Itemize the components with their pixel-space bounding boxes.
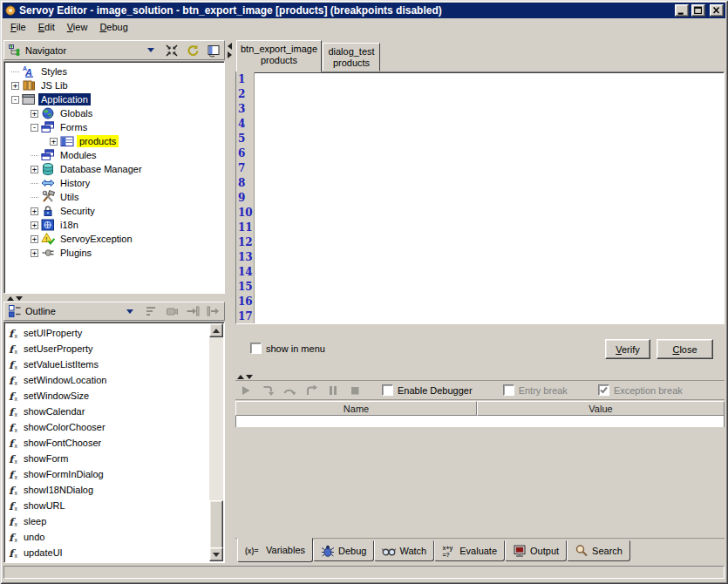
search-icon: [575, 544, 589, 558]
tree-item-globals[interactable]: + Globals: [4, 106, 224, 120]
tree-item-security[interactable]: + Security: [4, 204, 224, 218]
tree-item-js-lib[interactable]: + JS Lib: [4, 78, 224, 92]
application-window: Servoy Editor - image_solution - btn_exp…: [0, 0, 728, 584]
close-button[interactable]: [710, 4, 724, 17]
right-horizontal-splitter[interactable]: [235, 374, 725, 381]
splitter-down-icon[interactable]: [16, 296, 23, 301]
show-in-menu-checkbox[interactable]: [250, 343, 262, 354]
entry-break-row: Entry break: [503, 384, 568, 396]
outline-item-setwindowsize[interactable]: setWindowSize: [6, 388, 224, 404]
script-editor[interactable]: 1 2 3 4 5 6 7 8 9 10 11 12 13 14 15 16 1…: [235, 71, 725, 324]
expand-plus-icon[interactable]: +: [31, 207, 38, 215]
outline-item-showcolorchooser[interactable]: showColorChooser: [6, 419, 224, 435]
menu-file[interactable]: File: [4, 20, 32, 34]
outline-item-showformindialog[interactable]: showFormInDialog: [6, 466, 224, 482]
stop-icon[interactable]: [348, 384, 362, 397]
tab-debug[interactable]: Debug: [313, 540, 374, 561]
menu-view[interactable]: View: [61, 20, 94, 34]
expand-plus-icon[interactable]: +: [31, 249, 38, 257]
tree-item-i18n[interactable]: + i18n: [4, 218, 224, 232]
scroll-down-icon[interactable]: [209, 547, 223, 561]
splitter-left-icon[interactable]: [228, 43, 232, 50]
outline-item-sleep[interactable]: sleep: [6, 513, 224, 529]
tree-item-history[interactable]: History: [4, 176, 224, 190]
tab-output[interactable]: Output: [505, 540, 567, 561]
plugins-icon: [41, 246, 55, 260]
collapse-minus-icon[interactable]: -: [11, 96, 19, 104]
tree-item-database-manager[interactable]: + Database Manager: [4, 162, 224, 176]
outline-item-setwindowlocation[interactable]: setWindowLocation: [6, 372, 224, 388]
step-over-icon[interactable]: [282, 384, 296, 397]
enable-debugger-checkbox[interactable]: [382, 384, 393, 396]
variables-table-body[interactable]: [235, 416, 725, 427]
tree-item-modules[interactable]: Modules: [4, 148, 224, 162]
tab-variables[interactable]: Variables: [237, 538, 313, 562]
outline-item-updateui[interactable]: updateUI: [6, 545, 224, 560]
outline-item-showcalendar[interactable]: showCalendar: [6, 404, 224, 419]
menu-edit[interactable]: Edit: [32, 20, 61, 34]
step-into-icon[interactable]: [261, 384, 275, 397]
column-header-name[interactable]: Name: [235, 401, 477, 416]
expand-plus-icon[interactable]: +: [31, 235, 38, 243]
expand-plus-icon[interactable]: +: [31, 221, 38, 229]
step-return-icon[interactable]: [304, 384, 318, 397]
tree-item-servoyexception[interactable]: + ServoyException: [4, 232, 224, 246]
function-icon: [6, 404, 20, 418]
function-icon: [6, 373, 20, 387]
outline-item-showi18ndialog[interactable]: showI18NDialog: [6, 482, 224, 498]
tree-item-products[interactable]: + products: [4, 134, 224, 148]
tab-search[interactable]: Search: [567, 540, 630, 561]
outline-item-undo[interactable]: undo: [6, 529, 224, 545]
minimize-button[interactable]: [675, 4, 689, 17]
outline-item-showfontchooser[interactable]: showFontChooser: [6, 435, 224, 451]
navigator-menu-dropdown-icon[interactable]: [147, 48, 154, 52]
splitter-right-icon[interactable]: [228, 51, 232, 58]
outline-item-showurl[interactable]: showURL: [6, 498, 224, 513]
tab-btn-export-image[interactable]: btn_export_image products: [236, 40, 322, 72]
tree-item-utils[interactable]: Utils: [4, 190, 224, 204]
tree-item-application[interactable]: - Application: [4, 92, 224, 106]
outline-item-setuserproperty[interactable]: setUserProperty: [6, 341, 224, 357]
verify-button[interactable]: Verify: [605, 339, 650, 359]
scroll-up-icon[interactable]: [209, 323, 223, 337]
resume-icon[interactable]: [239, 384, 253, 397]
expand-plus-icon[interactable]: +: [31, 166, 38, 173]
expand-plus-icon[interactable]: +: [11, 82, 19, 90]
expand-plus-icon[interactable]: +: [31, 110, 38, 118]
outline-menu-dropdown-icon[interactable]: [126, 309, 133, 314]
splitter-down-icon[interactable]: [246, 375, 253, 379]
tree-item-styles[interactable]: Styles: [4, 65, 224, 78]
splitter-up-icon[interactable]: [237, 375, 244, 379]
pause-icon[interactable]: [326, 384, 340, 397]
menu-debug[interactable]: Debug: [93, 20, 133, 34]
outline-item-setuiproperty[interactable]: setUIProperty: [6, 325, 224, 341]
expand-plus-icon[interactable]: +: [50, 138, 58, 146]
function-icon: [6, 514, 20, 528]
collapse-all-icon[interactable]: [165, 44, 179, 58]
restore-view-icon[interactable]: [207, 44, 221, 58]
splitter-up-icon[interactable]: [7, 296, 14, 301]
title-bar[interactable]: Servoy Editor - image_solution - btn_exp…: [3, 3, 725, 18]
close-editor-button[interactable]: Close: [657, 339, 713, 359]
tab-dialog-test[interactable]: dialog_test products: [323, 43, 380, 71]
styles-icon: [22, 65, 36, 78]
line-number-gutter: 1 2 3 4 5 6 7 8 9 10 11 12 13 14 15 16 1…: [236, 72, 255, 323]
scrollbar-thumb[interactable]: [209, 500, 223, 551]
tab-evaluate[interactable]: Evaluate: [434, 540, 505, 561]
maximize-button[interactable]: [691, 4, 705, 17]
tab-watch[interactable]: Watch: [374, 540, 434, 561]
collapse-minus-icon[interactable]: -: [31, 124, 38, 132]
outline-title: Outline: [25, 306, 56, 316]
code-area[interactable]: [255, 72, 724, 323]
debug-view-tabs: Variables Debug Watch Evaluate Output Se…: [235, 538, 725, 563]
vertical-splitter[interactable]: [225, 40, 235, 563]
outline-item-setvaluelistitems[interactable]: setValueListItems: [6, 357, 224, 372]
outline-scrollbar[interactable]: [209, 323, 223, 561]
left-horizontal-splitter[interactable]: [3, 295, 225, 302]
tree-item-plugins[interactable]: + Plugins: [4, 246, 224, 260]
refresh-icon[interactable]: [186, 44, 200, 58]
outline-item-showform[interactable]: showForm: [6, 451, 224, 466]
column-header-value[interactable]: Value: [477, 401, 725, 416]
enable-debugger-row: Enable Debugger: [382, 384, 473, 396]
tree-item-forms[interactable]: - Forms: [4, 120, 224, 134]
